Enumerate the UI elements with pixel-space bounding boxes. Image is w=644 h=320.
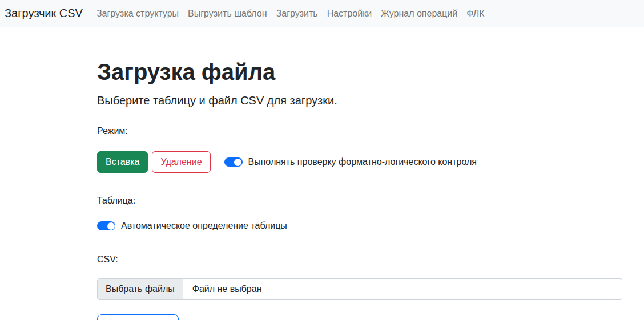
page-subtitle: Выберите таблицу и файл CSV для загрузки… — [97, 92, 622, 109]
navbar-brand[interactable]: Загрузчик CSV — [5, 7, 83, 20]
flk-toggle-label: Выполнять проверку форматно-логического … — [248, 155, 477, 169]
nav-item-settings[interactable]: Настройки — [323, 4, 376, 23]
flk-toggle-group[interactable]: Выполнять проверку форматно-логического … — [224, 155, 477, 169]
flk-toggle-switch[interactable] — [224, 157, 243, 167]
choose-files-button[interactable]: Выбрать файлы — [98, 279, 183, 299]
auto-table-toggle-switch[interactable] — [97, 221, 115, 230]
nav-item-operations-log[interactable]: Журнал операций — [376, 4, 462, 23]
delete-mode-button[interactable]: Удаление — [152, 151, 210, 173]
main-content: Загрузка файла Выберите таблицу и файл C… — [0, 27, 644, 320]
insert-mode-button[interactable]: Вставка — [97, 151, 148, 173]
navbar-nav: Загрузка структуры Выгрузить шаблон Загр… — [92, 4, 489, 23]
nav-item-structure-upload[interactable]: Загрузка структуры — [92, 4, 183, 23]
mode-controls-row: Вставка Удаление Выполнять проверку форм… — [97, 151, 622, 173]
table-label: Таблица: — [97, 194, 622, 208]
upload-button[interactable]: Загрузить — [97, 314, 179, 320]
top-navbar: Загрузчик CSV Загрузка структуры Выгрузи… — [0, 0, 644, 27]
nav-item-flk[interactable]: ФЛК — [462, 4, 489, 23]
csv-file-input[interactable]: Выбрать файлы Файл не выбран — [97, 278, 622, 300]
nav-item-upload[interactable]: Загрузить — [272, 4, 323, 23]
file-status-text: Файл не выбран — [183, 279, 271, 299]
auto-table-toggle-label: Автоматическое определение таблицы — [121, 219, 287, 233]
page-title: Загрузка файла — [97, 58, 622, 86]
mode-label: Режим: — [97, 124, 622, 138]
nav-item-export-template[interactable]: Выгрузить шаблон — [183, 4, 272, 23]
csv-label: CSV: — [97, 253, 622, 266]
auto-table-toggle-group[interactable]: Автоматическое определение таблицы — [97, 219, 287, 233]
